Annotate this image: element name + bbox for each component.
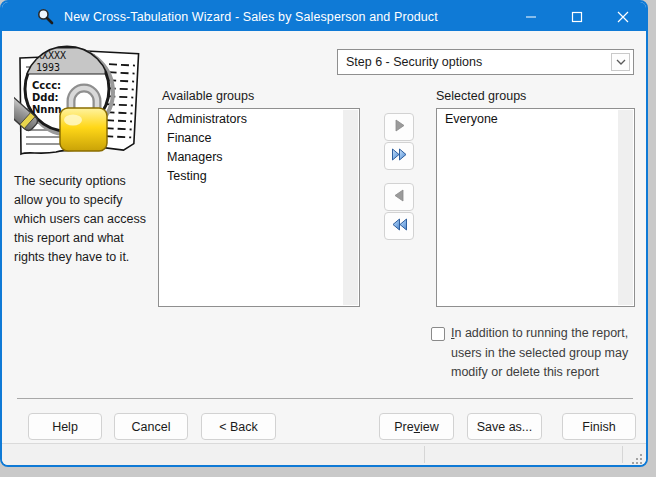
status-bar-divider [424, 446, 425, 463]
status-bar [2, 443, 646, 465]
arrow-right-icon [392, 118, 407, 137]
status-bar-divider [622, 446, 623, 463]
arrow-left-icon [392, 188, 407, 207]
svg-text:1993: 1993 [36, 62, 60, 73]
magnifier-icon [36, 8, 54, 26]
step-description: The security options allow you to specif… [14, 172, 156, 267]
close-icon[interactable] [600, 2, 646, 31]
selected-groups-scrollbar[interactable] [618, 110, 633, 305]
modify-rights-checkbox-label[interactable]: In addition to running the report, users… [451, 324, 643, 383]
list-item[interactable]: Finance [159, 129, 343, 148]
available-groups-label: Available groups [162, 89, 254, 103]
move-all-right-button[interactable] [384, 142, 414, 170]
titlebar[interactable]: New Cross-Tabulation Wizard - Sales by S… [2, 2, 646, 31]
window-title: New Cross-Tabulation Wizard - Sales by S… [64, 10, 438, 24]
resize-grip-icon[interactable] [632, 451, 643, 462]
save-as-button[interactable]: Save as... [467, 413, 542, 440]
preview-button[interactable]: Preview [379, 413, 454, 440]
available-groups-listbox[interactable]: Administrators Finance Managers Testing [158, 108, 360, 307]
available-groups-scrollbar[interactable] [343, 110, 358, 305]
help-button[interactable]: Help [28, 413, 102, 440]
move-right-button[interactable] [384, 113, 414, 141]
cancel-button[interactable]: Cancel [114, 413, 188, 440]
footer-separator [17, 398, 633, 399]
step-selector-value: Step 6 - Security options [346, 55, 482, 69]
selected-groups-listbox[interactable]: Everyone [436, 108, 635, 307]
double-arrow-left-icon [391, 217, 408, 236]
list-item[interactable]: Managers [159, 148, 343, 167]
dialog-content: Step 6 - Security options [2, 31, 646, 465]
svg-text:Nnnn: Nnnn [32, 104, 62, 115]
wizard-dialog-window: New Cross-Tabulation Wizard - Sales by S… [0, 0, 648, 467]
list-item[interactable]: Administrators [159, 110, 343, 129]
report-security-graphic: XXXXX 1993 Cccc: Ddd: Nnnn [14, 42, 144, 167]
minimize-icon[interactable] [508, 2, 554, 31]
finish-button[interactable]: Finish [562, 413, 636, 440]
move-all-left-button[interactable] [384, 212, 414, 240]
step-selector-dropdown[interactable]: Step 6 - Security options [337, 49, 634, 75]
selected-groups-label: Selected groups [436, 89, 526, 103]
modify-rights-checkbox[interactable] [431, 327, 445, 341]
maximize-icon[interactable] [554, 2, 600, 31]
double-arrow-right-icon [391, 147, 408, 166]
svg-text:Ddd:: Ddd: [32, 92, 59, 103]
move-left-button[interactable] [384, 183, 414, 211]
list-item[interactable]: Testing [159, 167, 343, 186]
svg-text:Cccc:: Cccc: [32, 80, 61, 91]
back-button[interactable]: < Back [201, 413, 276, 440]
list-item[interactable]: Everyone [437, 110, 618, 129]
chevron-down-icon[interactable] [611, 53, 630, 71]
